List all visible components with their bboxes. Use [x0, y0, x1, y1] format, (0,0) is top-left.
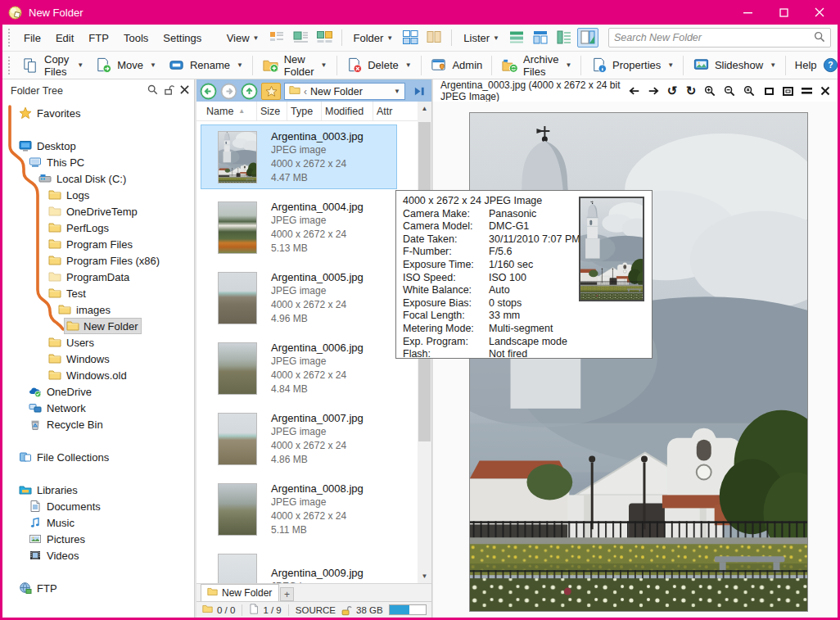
- tree-item-test[interactable]: Test: [2, 285, 194, 301]
- menu-item-ftp[interactable]: FTP: [81, 29, 116, 48]
- minimize-button[interactable]: [729, 0, 765, 25]
- toolbar-button-help[interactable]: Help?▼: [789, 53, 840, 77]
- zoom-out-icon[interactable]: [724, 85, 736, 97]
- close-button[interactable]: [802, 0, 838, 25]
- search-input[interactable]: [614, 32, 814, 43]
- tree-item-desktop[interactable]: Desktop: [2, 138, 194, 154]
- view-thumbnails-button[interactable]: [314, 28, 335, 48]
- view-menu[interactable]: View▼: [222, 29, 264, 47]
- column-header-modified[interactable]: Modified: [322, 102, 373, 120]
- tree-item-onedrivetemp[interactable]: OneDriveTemp: [2, 203, 194, 219]
- tree-item-users[interactable]: Users: [2, 334, 194, 351]
- toolbar-grip[interactable]: [8, 57, 12, 75]
- view-details-button[interactable]: [266, 28, 287, 48]
- tree-item-images[interactable]: images: [2, 301, 194, 318]
- tree-item-recycle-bin[interactable]: Recycle Bin: [2, 416, 194, 432]
- toolbar-button-slideshow[interactable]: Slideshow▼: [687, 53, 782, 77]
- scroll-down-icon[interactable]: ▼: [418, 569, 431, 583]
- folder-dual-display-button[interactable]: [400, 28, 421, 48]
- tree-item-windowsold[interactable]: Windows.old: [2, 367, 194, 383]
- zoom-in-icon[interactable]: [704, 85, 716, 97]
- toolbar-button-label: Move: [117, 59, 143, 71]
- next-image-icon[interactable]: [648, 86, 659, 96]
- tree-item-network[interactable]: Network: [2, 400, 194, 416]
- tree-item-music[interactable]: Music: [2, 514, 194, 531]
- menu-item-settings[interactable]: Settings: [156, 29, 209, 48]
- expand-path-icon[interactable]: [413, 85, 426, 97]
- tree-unpin-icon[interactable]: [164, 84, 174, 97]
- rotate-right-icon[interactable]: ↻: [685, 84, 697, 98]
- full-size-icon[interactable]: [782, 87, 793, 96]
- search-icon[interactable]: [814, 31, 825, 45]
- toolbar-button-new-folder[interactable]: New Folder▼: [256, 50, 333, 81]
- tree-item-local-disk-c[interactable]: Local Disk (C:): [2, 170, 194, 187]
- forward-button[interactable]: [220, 83, 237, 100]
- tree-search-icon[interactable]: [147, 84, 158, 97]
- search-box[interactable]: [608, 28, 831, 48]
- chevron-down-icon[interactable]: ▼: [394, 88, 400, 95]
- view-list-button[interactable]: [290, 28, 311, 48]
- toolbar-button-archive-files[interactable]: Archive Files▼: [495, 50, 577, 81]
- fit-to-window-icon[interactable]: [763, 88, 775, 95]
- tree-item-file-collections[interactable]: File Collections: [2, 449, 194, 465]
- tree-item-windows[interactable]: Windows: [2, 351, 194, 367]
- pane-menu-icon[interactable]: [801, 87, 812, 95]
- back-button[interactable]: [200, 83, 217, 100]
- column-header-name[interactable]: Name▲: [203, 102, 257, 120]
- up-button[interactable]: [241, 83, 258, 100]
- tree-item-new-folder[interactable]: New Folder: [2, 318, 194, 334]
- tree-item-videos[interactable]: Videos: [2, 547, 194, 563]
- tree-item-program-files-x86[interactable]: Program Files (x86): [2, 252, 194, 269]
- lister-details-button[interactable]: [553, 28, 575, 48]
- tree-item-favorites[interactable]: Favorites: [2, 105, 194, 121]
- favorites-button[interactable]: [261, 83, 281, 100]
- tree-item-onedrive[interactable]: OneDrive: [2, 383, 194, 400]
- toolbar-button-delete[interactable]: Delete▼: [340, 53, 418, 77]
- file-row-argentina_0007jpg[interactable]: Argentina_0007.jpgJPEG image4000 x 2672 …: [201, 406, 397, 471]
- unlock-icon[interactable]: [340, 604, 352, 616]
- folder-menu[interactable]: Folder▼: [349, 29, 399, 47]
- tree-item-documents[interactable]: Documents: [2, 498, 194, 514]
- menu-item-file[interactable]: File: [16, 29, 48, 48]
- folder-dual-tree-button[interactable]: [423, 28, 445, 48]
- tree-item-libraries[interactable]: Libraries: [2, 482, 194, 498]
- column-header-size[interactable]: Size: [257, 102, 287, 120]
- close-preview-icon[interactable]: [820, 86, 831, 96]
- zoom-reset-icon[interactable]: [743, 85, 756, 97]
- file-row-argentina_0006jpg[interactable]: Argentina_0006.jpgJPEG image4000 x 2672 …: [201, 336, 397, 401]
- toolbar-button-admin[interactable]: Admin: [424, 53, 488, 77]
- previous-image-icon[interactable]: [629, 86, 640, 96]
- tree-item-program-files[interactable]: Program Files: [2, 236, 194, 252]
- menubar-grip[interactable]: [8, 29, 12, 47]
- tree-close-icon[interactable]: [180, 85, 189, 97]
- tree-item-logs[interactable]: Logs: [2, 187, 194, 203]
- tree-item-programdata[interactable]: ProgramData: [2, 269, 194, 285]
- tree-item-this-pc[interactable]: This PC: [2, 154, 194, 170]
- file-row-argentina_0005jpg[interactable]: Argentina_0005.jpgJPEG image4000 x 2672 …: [201, 265, 397, 330]
- column-header-type[interactable]: Type: [287, 102, 322, 120]
- toolbar-button-rename[interactable]: Rename▼: [162, 53, 249, 77]
- menu-item-tools[interactable]: Tools: [116, 29, 156, 48]
- file-row-argentina_0004jpg[interactable]: Argentina_0004.jpgJPEG image4000 x 2672 …: [201, 195, 397, 260]
- lister-single-button[interactable]: [506, 28, 527, 48]
- menu-item-edit[interactable]: Edit: [48, 29, 81, 48]
- maximize-button[interactable]: [765, 0, 802, 25]
- new-tab-button[interactable]: +: [280, 587, 294, 601]
- rotate-left-icon[interactable]: ↺: [666, 84, 678, 98]
- toolbar-button-copy-files[interactable]: Copy Files▼: [16, 50, 89, 81]
- breadcrumb[interactable]: ‹ New Folder ▼: [284, 83, 405, 100]
- toolbar-button-move[interactable]: Move▼: [89, 53, 162, 77]
- file-row-argentina_0003jpg[interactable]: Argentina_0003.jpgJPEG image4000 x 2672 …: [201, 124, 397, 189]
- tree-item-pictures[interactable]: Pictures: [2, 531, 194, 547]
- lister-viewer-pane-button[interactable]: [577, 28, 598, 48]
- tree-item-ftp[interactable]: FTP: [2, 580, 194, 596]
- tab-new-folder[interactable]: New Folder: [201, 584, 279, 601]
- toolbar-button-properties[interactable]: Properties▼: [585, 53, 680, 77]
- lister-menu[interactable]: Lister▼: [458, 29, 504, 47]
- file-row-argentina_0008jpg[interactable]: Argentina_0008.jpgJPEG image4000 x 2672 …: [201, 477, 397, 541]
- file-type: JPEG image: [271, 496, 364, 509]
- scroll-up-icon[interactable]: ▲: [418, 102, 431, 115]
- lister-dual-horizontal-button[interactable]: [530, 28, 551, 48]
- file-row-argentina_0009jpg[interactable]: Argentina_0009.jpgJPEG image: [201, 547, 397, 583]
- tree-item-perflogs[interactable]: PerfLogs: [2, 219, 194, 236]
